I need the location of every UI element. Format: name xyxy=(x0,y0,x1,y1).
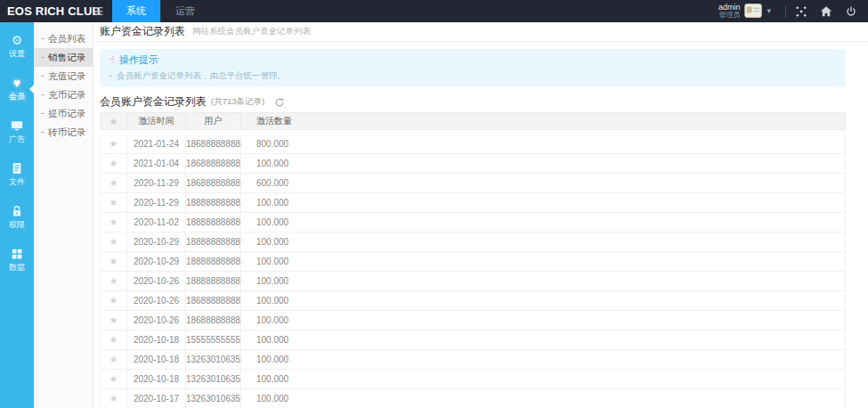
power-icon[interactable] xyxy=(845,5,857,18)
sidebar-item-label: 会员 xyxy=(9,91,25,102)
menu-item-withdraw-records[interactable]: 提币记录 xyxy=(34,104,93,123)
menu-item-label: 充币记录 xyxy=(48,89,85,102)
sidebar-item-ads[interactable]: 广告 xyxy=(0,113,34,151)
icon-sidebar: ⚙ 设置 ♥ 会员 广告 文件 xyxy=(0,22,34,408)
cell-amount: 100.000 xyxy=(241,272,845,290)
menu-item-member-list[interactable]: 会员列表 xyxy=(34,29,93,48)
bullet xyxy=(109,76,112,77)
tab-system[interactable]: 系统 xyxy=(112,0,160,22)
chevron-down-icon: ▾ xyxy=(767,6,771,15)
cell-time: 2020-11-29 xyxy=(127,174,186,192)
table-row: ★ 2020-10-29 18888888888 100.000 xyxy=(100,233,846,252)
app-logo: EOS RICH CLUB xyxy=(0,4,89,18)
table-row: ★ 2020-11-02 18888888888 100.000 xyxy=(100,213,846,233)
sidebar-item-label: 权限 xyxy=(9,219,25,231)
sidebar-item-settings[interactable]: ⚙ 设置 xyxy=(0,28,34,65)
section-title: 会员账户资金记录列表 xyxy=(100,94,207,110)
database-icon xyxy=(11,248,23,260)
bullet xyxy=(41,94,45,95)
star-icon[interactable]: ★ xyxy=(101,311,127,330)
cell-user: 13263010635 xyxy=(186,370,241,388)
sidebar-item-files[interactable]: 文件 xyxy=(0,156,34,193)
menu-sidebar: 会员列表 销售记录 充值记录 充币记录 提币记录 转币记录 xyxy=(34,22,93,408)
star-icon[interactable]: ★ xyxy=(101,350,127,369)
star-icon[interactable]: ★ xyxy=(101,193,127,212)
cell-user: 18688888888 xyxy=(186,291,241,310)
section-head: 会员账户资金记录列表 (共713条记录) xyxy=(100,95,846,109)
cell-user: 18688888888 xyxy=(186,174,241,192)
star-icon[interactable]: ★ xyxy=(101,370,127,388)
table-header: ★ 激活时间 用户 激活数量 xyxy=(100,112,846,130)
bullet xyxy=(41,132,45,133)
sidebar-item-data[interactable]: 数据 xyxy=(0,241,34,279)
star-icon[interactable]: ★ xyxy=(101,272,127,290)
user-role: 管理员 xyxy=(718,12,741,19)
star-icon[interactable]: ★ xyxy=(101,330,127,349)
cell-time: 2020-10-29 xyxy=(127,233,186,251)
table-row: ★ 2021-01-24 18688888888 800.000 xyxy=(100,135,846,154)
bullet xyxy=(41,57,45,58)
cell-user: 18688888888 xyxy=(186,135,241,153)
topbar-tabs: 系统 运营 xyxy=(112,0,209,22)
star-icon[interactable]: ★ xyxy=(101,233,127,251)
header-time: 激活时间 xyxy=(127,113,186,129)
page-title: 账户资金记录列表 xyxy=(100,24,185,39)
cell-amount: 100.000 xyxy=(241,330,845,349)
cell-time: 2021-01-04 xyxy=(127,154,186,173)
tab-operations[interactable]: 运营 xyxy=(160,0,209,22)
menu-item-deposit-records[interactable]: 充币记录 xyxy=(34,86,93,104)
cell-amount: 100.000 xyxy=(241,213,845,232)
star-icon[interactable]: ★ xyxy=(101,213,127,232)
header-user: 用户 xyxy=(186,113,241,129)
cell-amount: 100.000 xyxy=(241,389,845,408)
star-icon[interactable]: ★ xyxy=(101,174,127,192)
sidebar-item-label: 文件 xyxy=(9,176,25,188)
home-icon[interactable] xyxy=(820,5,832,18)
cell-user: 18888888888 xyxy=(186,213,241,232)
cell-amount: 100.000 xyxy=(241,370,845,388)
topbar-icons xyxy=(795,5,857,18)
cell-user: 13263010635 xyxy=(186,389,241,408)
user-menu[interactable]: admin 管理员 ▾ xyxy=(718,4,771,20)
cell-amount: 600.000 xyxy=(241,174,845,192)
star-icon[interactable]: ★ xyxy=(101,291,127,310)
menu-item-recharge-records[interactable]: 充值记录 xyxy=(34,67,93,86)
breadcrumb: 账户资金记录列表 网站系统会员账户资金记录列表 xyxy=(93,22,868,42)
cell-amount: 100.000 xyxy=(241,252,845,271)
app-window: EOS RICH CLUB ☰ 系统 运营 admin 管理员 ▾ xyxy=(0,0,868,408)
lock-icon xyxy=(11,205,23,217)
sidebar-item-permissions[interactable]: 权限 xyxy=(0,199,34,236)
header-amount: 激活数量 xyxy=(241,113,845,129)
star-icon[interactable]: ★ xyxy=(101,154,127,173)
cell-time: 2020-11-29 xyxy=(127,193,186,212)
gear-icon: ⚙ xyxy=(12,34,23,46)
cell-user: 18888888888 xyxy=(186,193,241,212)
cell-amount: 100.000 xyxy=(241,154,845,173)
cell-user: 15555555555 xyxy=(186,330,241,349)
cell-time: 2020-10-26 xyxy=(127,272,186,290)
star-icon[interactable]: ★ xyxy=(101,135,127,153)
hamburger-icon[interactable]: ☰ xyxy=(89,5,109,18)
record-count: (共713条记录) xyxy=(211,96,264,108)
alert-body-text: 会员账户资金记录列表，由总平台统一管理。 xyxy=(117,70,286,82)
monitor-icon xyxy=(11,119,23,132)
clear-cache-icon[interactable] xyxy=(795,5,807,18)
cell-time: 2020-11-02 xyxy=(127,213,186,232)
cell-time: 2020-10-18 xyxy=(127,350,186,369)
refresh-icon[interactable] xyxy=(274,97,285,108)
sidebar-item-member[interactable]: ♥ 会员 xyxy=(0,70,34,108)
menu-item-label: 会员列表 xyxy=(48,33,85,45)
cell-time: 2021-01-24 xyxy=(127,135,186,153)
cell-user: 18688888888 xyxy=(186,154,241,173)
table-row: ★ 2020-10-29 18888888888 100.000 xyxy=(100,252,846,272)
menu-item-transfer-records[interactable]: 转币记录 xyxy=(34,123,93,142)
cell-user: 18888888888 xyxy=(186,252,241,271)
alert-box: ☝ 操作提示 会员账户资金记录列表，由总平台统一管理。 xyxy=(100,49,846,87)
cell-amount: 800.000 xyxy=(241,135,845,153)
star-icon[interactable]: ★ xyxy=(101,389,127,408)
cell-user: 18888888888 xyxy=(186,272,241,290)
star-icon[interactable]: ★ xyxy=(101,252,127,271)
bullet xyxy=(41,113,45,114)
cell-time: 2020-10-26 xyxy=(127,311,186,330)
menu-item-sales-records[interactable]: 销售记录 xyxy=(34,48,93,67)
